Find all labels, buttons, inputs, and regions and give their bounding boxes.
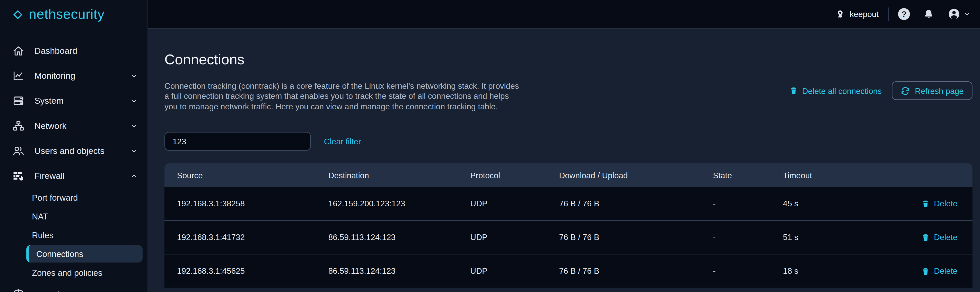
column-header-destination: Destination <box>316 171 458 180</box>
account-menu[interactable] <box>947 8 970 21</box>
column-header-protocol: Protocol <box>458 171 547 180</box>
cell-destination: 86.59.113.124:123 <box>316 267 458 276</box>
refresh-icon <box>900 86 910 95</box>
cell-traffic: 76 B / 76 B <box>547 267 700 276</box>
sidebar-item-label: Firewall <box>35 171 65 181</box>
delete-all-connections-button[interactable]: Delete all connections <box>789 86 882 95</box>
column-header-timeout: Timeout <box>770 171 870 180</box>
cell-source: 192.168.3.1:38258 <box>164 199 316 208</box>
page-title: Connections <box>164 51 972 68</box>
top-bar: keepout ? <box>148 0 980 29</box>
delete-all-label: Delete all connections <box>802 86 882 95</box>
cell-traffic: 76 B / 76 B <box>547 233 700 242</box>
sidebar-item-security[interactable]: Security <box>0 282 148 292</box>
cell-protocol: UDP <box>458 199 547 208</box>
users-icon <box>12 144 25 157</box>
sidebar-subitem-nat[interactable]: NAT <box>0 207 148 225</box>
table-row: 192.168.3.1:45625 86.59.113.124:123 UDP … <box>164 254 972 287</box>
firewall-submenu: Port forward NAT Rules Connections Zones… <box>0 188 148 282</box>
cell-timeout: 51 s <box>770 233 870 242</box>
chevron-up-icon <box>130 171 138 180</box>
brand-name: nethsecurity <box>29 6 105 22</box>
delete-connection-button[interactable]: Delete <box>921 233 957 242</box>
chevron-down-icon <box>130 122 138 130</box>
trash-icon <box>789 86 798 95</box>
cell-timeout: 18 s <box>770 267 870 276</box>
sidebar-item-monitoring[interactable]: Monitoring <box>0 63 148 88</box>
bell-icon <box>923 8 934 20</box>
cell-source: 192.168.3.1:45625 <box>164 267 316 276</box>
chevron-down-icon <box>130 97 138 105</box>
chart-line-icon <box>12 69 25 83</box>
username-label: keepout <box>850 9 878 19</box>
delete-label: Delete <box>934 267 957 276</box>
sidebar: nethsecurity Dashboard Monitoring <box>0 0 148 292</box>
sidebar-subitem-connections[interactable]: Connections <box>26 245 143 263</box>
chevron-down-icon <box>964 11 971 17</box>
trash-icon <box>921 267 930 276</box>
diamond-logo-icon <box>13 9 23 19</box>
brand-logo[interactable]: nethsecurity <box>0 0 148 29</box>
sidebar-item-label: Security <box>35 289 66 292</box>
help-button[interactable]: ? <box>898 8 910 20</box>
chevron-down-icon <box>130 147 138 155</box>
sidebar-subitem-rules[interactable]: Rules <box>0 225 148 244</box>
sidebar-item-label: Dashboard <box>35 46 77 56</box>
delete-label: Delete <box>934 199 957 208</box>
network-hierarchy-icon <box>12 119 25 132</box>
app-window: nethsecurity Dashboard Monitoring <box>0 0 980 292</box>
avatar-icon <box>947 8 961 21</box>
sidebar-item-users-and-objects[interactable]: Users and objects <box>0 138 148 163</box>
column-header-state: State <box>700 171 770 180</box>
award-badge-icon <box>835 9 845 19</box>
sidebar-item-dashboard[interactable]: Dashboard <box>0 38 148 63</box>
sidebar-item-label: System <box>35 96 64 106</box>
cell-timeout: 45 s <box>770 199 870 208</box>
cell-state: - <box>700 233 770 242</box>
sidebar-nav: Dashboard Monitoring <box>0 29 148 292</box>
trash-icon <box>921 233 930 242</box>
cell-state: - <box>700 199 770 208</box>
table-row: 192.168.3.1:38258 162.159.200.123:123 UD… <box>164 187 972 220</box>
sidebar-subitem-port-forward[interactable]: Port forward <box>0 188 148 207</box>
chevron-down-icon <box>130 71 138 80</box>
header-divider <box>888 7 889 21</box>
trash-icon <box>921 199 930 208</box>
delete-connection-button[interactable]: Delete <box>921 199 957 208</box>
cell-state: - <box>700 267 770 276</box>
sidebar-item-label: Monitoring <box>35 71 75 81</box>
sidebar-item-firewall[interactable]: Firewall <box>0 163 148 188</box>
delete-label: Delete <box>934 233 957 242</box>
column-header-source: Source <box>164 171 316 180</box>
notifications-button[interactable] <box>923 8 934 20</box>
firewall-icon <box>12 169 25 182</box>
sidebar-item-network[interactable]: Network <box>0 113 148 138</box>
refresh-page-button[interactable]: Refresh page <box>892 81 972 100</box>
cell-source: 192.168.3.1:41732 <box>164 233 316 242</box>
connections-table: Source Destination Protocol Download / U… <box>164 163 972 288</box>
table-header-row: Source Destination Protocol Download / U… <box>164 163 972 187</box>
server-icon <box>12 94 25 107</box>
subscription-badge[interactable]: keepout <box>835 9 878 19</box>
filter-input[interactable] <box>164 132 311 151</box>
main-content: Connections Connection tracking (conntra… <box>148 29 980 292</box>
home-icon <box>12 44 25 57</box>
delete-connection-button[interactable]: Delete <box>921 267 957 276</box>
question-mark-icon: ? <box>902 9 907 19</box>
cell-protocol: UDP <box>458 233 547 242</box>
cell-destination: 162.159.200.123:123 <box>316 199 458 208</box>
cell-destination: 86.59.113.124:123 <box>316 233 458 242</box>
clear-filter-button[interactable]: Clear filter <box>324 136 361 146</box>
sidebar-item-system[interactable]: System <box>0 88 148 113</box>
sidebar-subitem-zones-and-policies[interactable]: Zones and policies <box>0 263 148 282</box>
page-description: Connection tracking (conntrack) is a cor… <box>164 81 524 112</box>
shield-icon <box>12 288 25 292</box>
cell-protocol: UDP <box>458 267 547 276</box>
table-row: 192.168.3.1:41732 86.59.113.124:123 UDP … <box>164 220 972 254</box>
sidebar-item-label: Network <box>35 121 67 131</box>
cell-traffic: 76 B / 76 B <box>547 199 700 208</box>
refresh-label: Refresh page <box>915 86 964 95</box>
sidebar-item-label: Users and objects <box>35 146 105 156</box>
column-header-download-upload: Download / Upload <box>547 171 700 180</box>
